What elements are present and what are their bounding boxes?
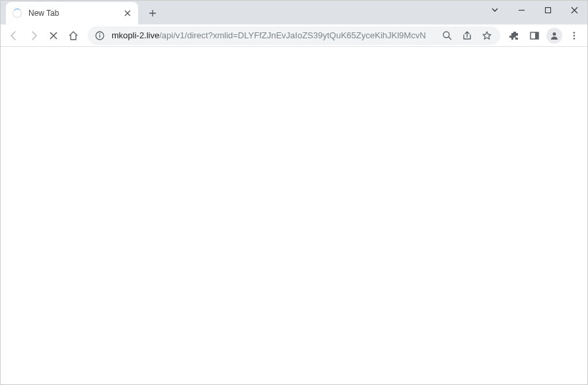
forward-button[interactable] [24,26,43,45]
site-info-icon[interactable] [94,30,105,41]
svg-rect-0 [545,7,550,13]
home-button[interactable] [64,26,83,45]
svg-point-10 [573,38,575,40]
window-minimize-button[interactable] [508,1,534,19]
bookmark-star-icon[interactable] [480,26,494,45]
new-tab-button[interactable] [143,4,162,22]
svg-point-8 [573,32,575,34]
toolbar: mkopli-2.live/api/v1/direct?xmlid=DLYFfZ… [1,24,587,47]
window-close-button[interactable] [561,1,587,19]
loading-spinner-icon [13,9,22,18]
toolbar-right [505,26,583,45]
profile-avatar[interactable] [546,28,562,44]
side-panel-icon[interactable] [525,26,544,45]
address-bar[interactable]: mkopli-2.live/api/v1/direct?xmlid=DLYFfZ… [88,26,500,45]
svg-point-9 [573,34,575,36]
tab-strip: New Tab [1,1,162,24]
stop-reload-button[interactable] [44,26,63,45]
browser-tab[interactable]: New Tab [6,2,138,24]
extensions-icon[interactable] [505,26,524,45]
zoom-icon[interactable] [441,26,454,45]
url-host: mkopli-2.live [112,30,159,40]
menu-icon[interactable] [565,26,583,45]
svg-rect-3 [99,35,100,38]
page-content [1,47,587,385]
svg-rect-6 [535,32,538,39]
window-controls [482,1,587,19]
url-text: mkopli-2.live/api/v1/direct?xmlid=DLYFfZ… [112,30,434,40]
tab-bar: New Tab [1,1,587,24]
tab-close-button[interactable] [122,8,133,18]
svg-point-2 [99,33,100,34]
back-button[interactable] [5,26,23,45]
svg-point-7 [553,32,556,36]
tab-title: New Tab [28,9,122,18]
url-path: /api/v1/direct?xmlid=DLYFfZJnEvJaIoZS39y… [159,30,425,40]
window-maximize-button[interactable] [534,1,561,19]
tab-search-button[interactable] [482,1,508,19]
share-icon[interactable] [460,26,474,45]
svg-point-4 [443,32,449,38]
